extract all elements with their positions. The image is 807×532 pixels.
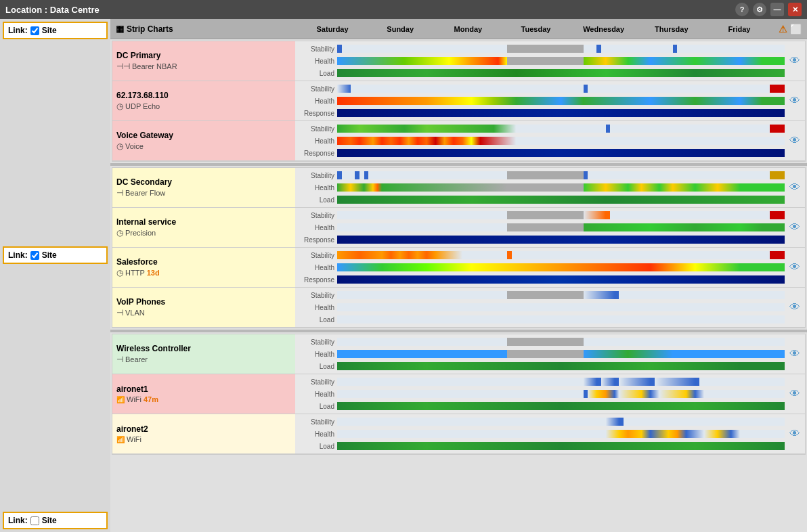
chart-label-stab-vgw: Stability xyxy=(295,125,337,133)
chart-bar-load-a1 xyxy=(337,402,785,410)
device-type-salesforce: ◷ HTTP 13d xyxy=(116,268,291,278)
view-icon-dc-primary[interactable]: 👁 xyxy=(785,41,805,81)
chart-bar-health-dc-primary xyxy=(337,57,785,65)
section-group-1: DC Primary ⊣ Bearer NBAR Stability Healt… xyxy=(112,41,806,162)
site-checkbox-1[interactable] xyxy=(30,26,39,35)
device-row-wlc: Wireless Controller ⊣ Bearer Stability H… xyxy=(112,334,805,374)
type-precision: Precision xyxy=(125,229,156,237)
expand-icon[interactable]: ⬜ xyxy=(790,24,802,35)
device-info-dc-secondary: DC Secondary ⊣ Bearer Flow xyxy=(112,168,295,207)
chart-bar-load-voip xyxy=(337,315,785,324)
device-type-dc-secondary: ⊣ Bearer Flow xyxy=(116,188,291,198)
view-icon-internal[interactable]: 👁 xyxy=(785,208,805,247)
device-info-62-173: 62.173.68.110 ◷ UDP Echo xyxy=(112,81,295,120)
strip-days: Saturday Sunday Monday Tuesday Wednesday… xyxy=(299,25,773,33)
section-separator-2 xyxy=(110,330,807,332)
device-info-salesforce: Salesforce ◷ HTTP 13d xyxy=(112,248,295,287)
type-47m: 47m xyxy=(144,395,158,403)
strip-charts-title: ▦ Strip Charts xyxy=(116,24,299,34)
title-text: Location : Data Centre xyxy=(5,5,100,15)
chart-bar-health-sec xyxy=(337,183,785,192)
view-icon-aironet2[interactable]: 👁 xyxy=(785,414,805,453)
type-wifi-a1: WiFi xyxy=(127,395,141,403)
chart-row-load-sec: Load xyxy=(295,194,785,205)
chart-label-load-a2: Load xyxy=(295,443,337,450)
strip-charts-label: Strip Charts xyxy=(127,24,173,34)
device-row-voice-gw: Voice Gateway ◷ Voice Stability Health xyxy=(112,121,805,161)
type-wifi-a2: WiFi xyxy=(127,435,141,443)
help-icon[interactable]: ? xyxy=(735,3,749,16)
chart-bar-health-62 xyxy=(337,97,785,105)
day-wednesday: Wednesday xyxy=(570,25,638,33)
chart-bar-health-a2 xyxy=(337,430,785,438)
chart-row-stab-voip: Stability xyxy=(295,290,785,301)
chart-row-health-a1: Health xyxy=(295,389,785,399)
chart-label-health-a2: Health xyxy=(295,430,337,438)
type-http: HTTP xyxy=(125,269,145,277)
chart-label-load-wlc: Load xyxy=(295,363,337,370)
chart-row-load-wlc: Load xyxy=(295,361,785,372)
chart-label-health-62: Health xyxy=(295,97,337,105)
settings-icon[interactable]: ⚙ xyxy=(753,3,766,16)
http-icon-salesforce: ◷ xyxy=(116,268,123,278)
chart-bar-stab-sf xyxy=(337,251,785,259)
strip-header: ▦ Strip Charts Saturday Sunday Monday Tu… xyxy=(110,19,807,39)
view-icon-wlc[interactable]: 👁 xyxy=(785,334,805,374)
title-bar-icons: ? ⚙ — ✕ xyxy=(735,3,802,16)
device-name-62-173: 62.173.68.110 xyxy=(116,91,291,100)
chart-row-load-a2: Load xyxy=(295,441,785,451)
site-checkbox-3[interactable] xyxy=(30,516,39,525)
view-icon-62-173[interactable]: 👁 xyxy=(785,81,805,120)
link-box-2: Link: Site xyxy=(3,246,108,264)
link-label-1: Link: xyxy=(8,26,28,35)
chart-row-health-vgw: Health xyxy=(295,135,785,146)
type-flow: Flow xyxy=(150,189,165,197)
chart-row-health-int: Health xyxy=(295,222,785,233)
chart-label-stab-int: Stability xyxy=(295,212,337,219)
device-row-voip: VoIP Phones ⊣ VLAN Stability Health xyxy=(112,288,805,328)
chart-area-internal: Stability Health Response xyxy=(295,208,785,247)
chart-row-load-voip: Load xyxy=(295,314,785,325)
chart-bar-response-62 xyxy=(337,109,785,117)
chart-area-62-173: Stability Health Response xyxy=(295,81,785,120)
chart-bar-health-a1 xyxy=(337,390,785,398)
view-icon-dc-secondary[interactable]: 👁 xyxy=(785,168,805,207)
left-panel: Link: Site Link: Site Link: Site xyxy=(0,19,110,532)
view-icon-voice-gw[interactable]: 👁 xyxy=(785,121,805,160)
minimize-icon[interactable]: — xyxy=(770,3,784,16)
view-icon-salesforce[interactable]: 👁 xyxy=(785,248,805,287)
chart-bar-stab-voip xyxy=(337,291,785,299)
chart-bar-stab-wlc xyxy=(337,338,785,346)
chart-row-health-voip: Health xyxy=(295,302,785,313)
day-saturday: Saturday xyxy=(299,25,366,33)
chart-row-stab-a1: Stability xyxy=(295,376,785,387)
chart-bar-stab-62 xyxy=(337,85,785,93)
link-box-1: Link: Site xyxy=(3,22,108,39)
view-icon-voip[interactable]: 👁 xyxy=(785,288,805,327)
chart-label-health-a1: Health xyxy=(295,391,337,398)
chart-row-health: Health xyxy=(295,56,785,66)
wifi-icon-aironet1: 📶 xyxy=(116,396,125,403)
device-info-wlc: Wireless Controller ⊣ Bearer xyxy=(112,334,295,374)
device-info-aironet2: aironet2 📶 WiFi xyxy=(112,414,295,453)
chart-area-voice-gw: Stability Health Response xyxy=(295,121,785,160)
device-row-dc-primary: DC Primary ⊣ Bearer NBAR Stability Healt… xyxy=(112,41,805,81)
chart-row-health-sec: Health xyxy=(295,182,785,193)
vlan-icon-voip: ⊣ xyxy=(116,308,123,317)
type-nbar: NBAR xyxy=(156,62,177,70)
warning-icon[interactable]: ⚠ xyxy=(779,24,787,35)
type-vlan: VLAN xyxy=(125,309,145,317)
chart-bar-stability xyxy=(337,45,785,53)
device-row-internal: Internal service ◷ Precision Stability xyxy=(112,208,805,248)
chart-bar-health-int xyxy=(337,223,785,231)
chart-row-stab-int: Stability xyxy=(295,210,785,221)
chart-area-salesforce: Stability Health Response xyxy=(295,248,785,287)
chart-row-response-vgw: Response xyxy=(295,148,785,158)
close-icon[interactable]: ✕ xyxy=(788,3,802,16)
view-icon-aironet1[interactable]: 👁 xyxy=(785,374,805,414)
chart-label-stab-62: Stability xyxy=(295,85,337,93)
chart-area-voip: Stability Health Load xyxy=(295,288,785,327)
chart-bar-load-a2 xyxy=(337,442,785,450)
site-checkbox-2[interactable] xyxy=(30,251,39,260)
chart-label-stab-a1: Stability xyxy=(295,378,337,386)
